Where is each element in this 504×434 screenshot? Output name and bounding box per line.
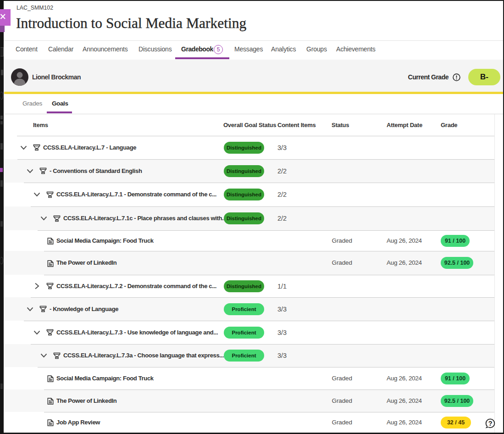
svg-text:?: ?: [488, 420, 493, 427]
